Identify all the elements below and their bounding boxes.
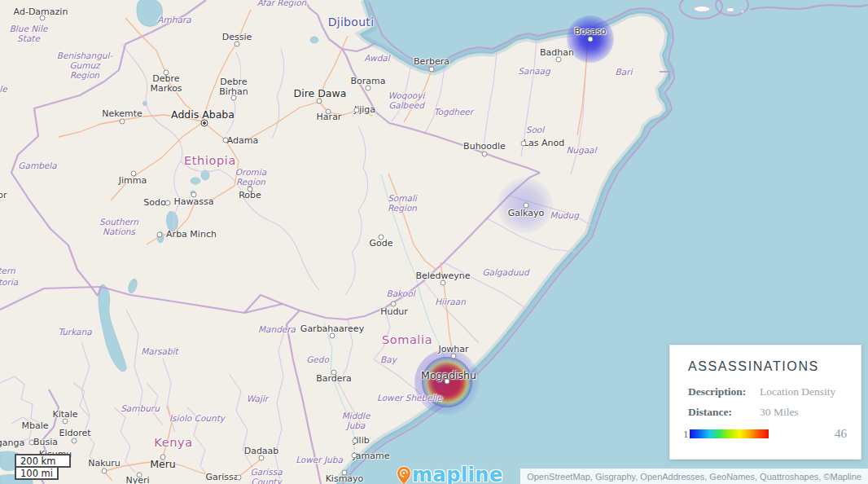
legend-gradient-bar — [690, 429, 769, 438]
map-pin-icon — [397, 466, 411, 484]
legend-description-label: Description: — [688, 385, 760, 398]
legend-title: ASSASSINATIONS — [688, 359, 847, 374]
scale-mi: 100 mi — [15, 466, 59, 480]
legend-distance-label: Distance: — [688, 406, 760, 419]
scale-km: 200 km — [15, 454, 71, 468]
legend-panel: ASSASSINATIONS Description: Location Den… — [669, 345, 861, 460]
legend-scale-min: 1 — [683, 428, 689, 441]
legend-description-value: Location Density — [760, 385, 835, 398]
mapline-logo[interactable]: mapline — [397, 464, 503, 484]
legend-description-row: Description: Location Density — [688, 385, 847, 398]
legend-gradient-row: 1 46 — [683, 427, 847, 441]
scale-control: 200 km 100 mi — [15, 454, 71, 480]
map-canvas[interactable]: Ad-DamazinBlue Nile StateAmharaAfar Regi… — [0, 0, 868, 484]
mapline-logo-text: mapline — [412, 464, 503, 484]
map-attribution: OpenStreetMap, Gisgraphy, OpenAddresses,… — [520, 469, 868, 484]
legend-distance-value: 30 Miles — [760, 406, 799, 419]
legend-distance-row: Distance: 30 Miles — [688, 406, 847, 419]
legend-scale-max: 46 — [835, 427, 847, 441]
